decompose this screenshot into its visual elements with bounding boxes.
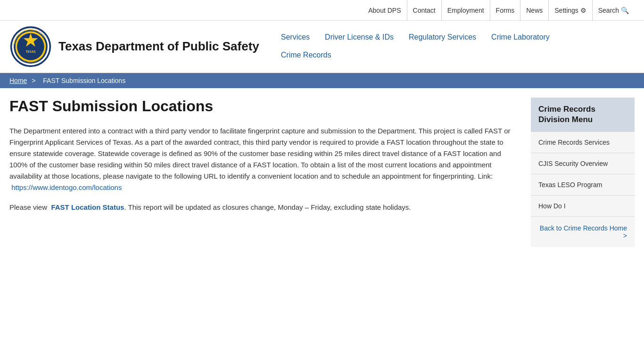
nav-row-1: Services Driver License & IDs Regulatory… [273,28,635,46]
nav-services[interactable]: Services [273,28,317,46]
agency-seal: TEXAS DEPARTMENT OF PUBLIC SAFETY COURTE… [9,25,52,68]
sidebar-menu-title: Crime Records Division Menu [531,98,635,132]
identogo-link[interactable]: https://www.identogo.com/locations [11,183,122,191]
body-paragraph-2: Please view FAST Location Status. This r… [9,202,517,213]
sidebar-how-do-i[interactable]: How Do I [531,195,635,216]
top-utility-bar: About DPS Contact Employment Forms News … [0,0,644,21]
sidebar-texas-leso[interactable]: Texas LESO Program [531,174,635,195]
contact-link[interactable]: Contact [407,0,442,21]
main-navigation: Services Driver License & IDs Regulatory… [273,25,635,64]
body-text-2-pre: Please view [9,203,47,211]
breadcrumb-current: FAST Submission Locations [43,77,125,84]
body-text-1: The Department entered into a contract w… [9,127,510,180]
main-layout: FAST Submission Locations The Department… [0,88,644,269]
svg-text:TEXAS: TEXAS [26,50,36,53]
breadcrumb-separator: > [32,77,35,84]
employment-link[interactable]: Employment [442,0,490,21]
fast-location-status-link[interactable]: FAST Location Status [51,203,124,211]
news-link[interactable]: News [520,0,549,21]
nav-crime-lab[interactable]: Crime Laboratory [484,28,557,46]
breadcrumb-home[interactable]: Home [9,77,27,84]
about-dps-link[interactable]: About DPS [363,0,407,21]
logo-area: TEXAS DEPARTMENT OF PUBLIC SAFETY COURTE… [9,25,259,73]
nav-regulatory[interactable]: Regulatory Services [401,28,484,46]
sidebar-crime-records-services[interactable]: Crime Records Services [531,132,635,153]
search-link[interactable]: Search 🔍 [593,0,635,21]
sidebar-cjis-security[interactable]: CJIS Security Overview [531,153,635,174]
body-text-2-post: . This report will be updated as closure… [124,203,411,211]
nav-driver-license[interactable]: Driver License & IDs [317,28,401,46]
nav-row-2: Crime Records [273,46,635,64]
settings-link[interactable]: Settings ⚙ [549,0,592,21]
sidebar: Crime Records Division Menu Crime Record… [531,98,635,250]
page-content: FAST Submission Locations The Department… [9,98,517,250]
site-header: TEXAS DEPARTMENT OF PUBLIC SAFETY COURTE… [0,21,644,73]
body-paragraph-1: The Department entered into a contract w… [9,125,517,193]
sidebar-menu-section: Crime Records Division Menu Crime Record… [531,98,635,247]
nav-crime-records[interactable]: Crime Records [273,46,339,64]
agency-name: Texas Department of Public Safety [58,39,259,54]
sidebar-back-link[interactable]: Back to Crime Records Home > [531,216,635,247]
page-title: FAST Submission Locations [9,98,517,115]
forms-link[interactable]: Forms [490,0,521,21]
breadcrumb: Home > FAST Submission Locations [0,73,644,88]
